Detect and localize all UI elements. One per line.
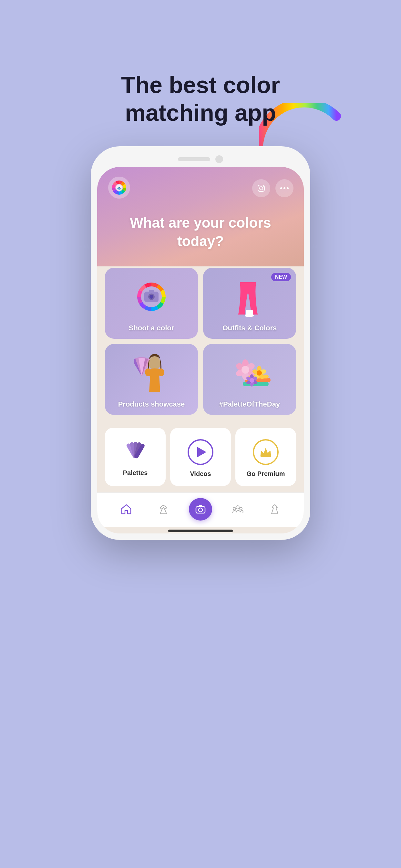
notch-circle <box>215 155 223 163</box>
bottom-nav <box>97 492 304 527</box>
svg-point-8 <box>287 187 289 189</box>
header-action-icons <box>252 179 294 197</box>
cards-section: Shoot a color NEW <box>97 268 304 423</box>
svg-point-7 <box>283 187 285 189</box>
app-logo: 🐟 <box>107 176 131 200</box>
play-triangle <box>197 447 206 457</box>
svg-point-52 <box>236 506 239 509</box>
svg-point-14 <box>245 314 254 317</box>
svg-point-40 <box>250 378 254 383</box>
svg-point-54 <box>240 507 242 510</box>
app-tagline: What are your colors today? <box>107 213 294 250</box>
page-headline: The best color matching app <box>121 71 280 127</box>
nav-wardrobe[interactable] <box>150 498 176 521</box>
notch-pill <box>178 157 210 161</box>
palettes-card[interactable]: Palettes <box>105 428 166 486</box>
headline-line2: matching app <box>125 100 276 126</box>
nav-dress[interactable] <box>262 498 288 521</box>
nav-camera[interactable] <box>188 498 213 521</box>
nav-community[interactable] <box>225 498 251 521</box>
svg-point-15 <box>149 356 160 370</box>
svg-point-17 <box>158 368 164 376</box>
svg-point-33 <box>257 370 262 376</box>
palette-image <box>203 344 296 402</box>
phone-notch <box>97 153 304 166</box>
svg-point-16 <box>145 368 151 376</box>
svg-rect-46 <box>260 455 271 457</box>
videos-label: Videos <box>190 470 211 477</box>
nav-home[interactable] <box>113 498 139 521</box>
go-premium-card[interactable]: Go Premium <box>235 428 296 486</box>
svg-line-47 <box>160 509 162 514</box>
headline-line1: The best color <box>121 72 280 98</box>
outfits-colors-card[interactable]: NEW Outfits & Colors <box>203 268 296 339</box>
svg-rect-12 <box>149 290 154 292</box>
palette-of-day-card[interactable]: #PaletteOfTheDay <box>203 344 296 415</box>
cards-grid: Shoot a color NEW <box>105 268 296 415</box>
new-badge: NEW <box>271 273 291 281</box>
svg-point-6 <box>280 187 282 189</box>
svg-point-51 <box>198 508 203 512</box>
palettes-label: Palettes <box>123 469 148 476</box>
go-premium-label: Go Premium <box>247 470 285 477</box>
svg-point-27 <box>242 366 249 374</box>
app-header: 🐟 <box>97 167 304 267</box>
small-cards-row: Palettes Videos <box>97 428 304 492</box>
phone-screen: 🐟 <box>97 167 304 533</box>
palette-fan-icon <box>124 440 147 464</box>
more-options-button[interactable] <box>275 179 294 197</box>
videos-card[interactable]: Videos <box>170 428 231 486</box>
svg-point-11 <box>150 295 153 299</box>
home-indicator <box>168 530 233 532</box>
svg-line-48 <box>165 509 166 514</box>
instagram-button[interactable] <box>252 179 270 197</box>
products-showcase-card[interactable]: Products showcase <box>105 344 198 415</box>
svg-text:🐟: 🐟 <box>117 186 122 190</box>
svg-point-4 <box>259 187 263 190</box>
shoot-color-image <box>105 268 198 326</box>
app-header-top: 🐟 <box>107 176 294 200</box>
phone-mockup: 🐟 <box>91 146 310 540</box>
svg-point-53 <box>233 507 236 510</box>
crown-icon <box>253 439 279 465</box>
svg-point-5 <box>263 186 264 187</box>
play-icon <box>188 439 213 465</box>
products-image <box>105 344 198 402</box>
shoot-color-card[interactable]: Shoot a color <box>105 268 198 339</box>
camera-button[interactable] <box>189 498 212 521</box>
